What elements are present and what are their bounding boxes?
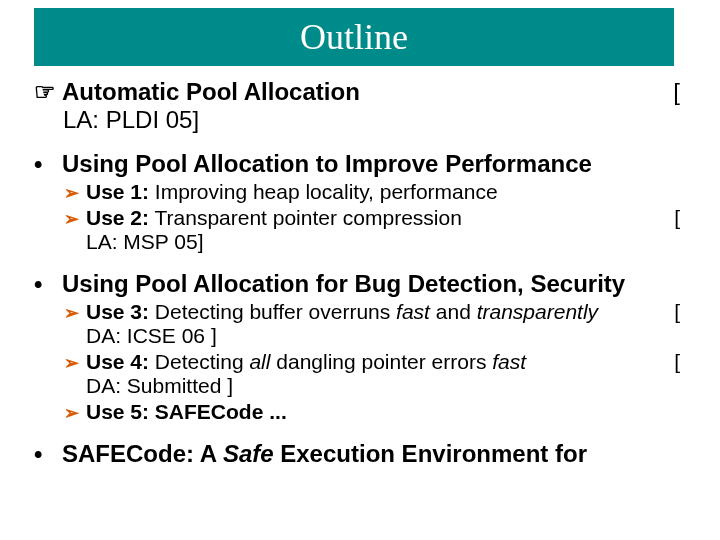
chevron-icon: ➢ [64,302,86,324]
bracket: [ [666,300,680,324]
section-1-heading-row: ☞ Automatic Pool Allocation [ [34,78,680,106]
slide-title: Outline [300,16,408,58]
use-5-desc: SAFECode ... [149,400,287,423]
use-5-label: Use 5: [86,400,149,423]
bullet-icon: • [34,440,62,468]
use-2-desc: Transparent pointer compression [149,206,462,229]
chevron-icon: ➢ [64,208,86,230]
use-1-desc: Improving heap locality, performance [149,180,498,203]
section-3-heading: Using Pool Allocation for Bug Detection,… [62,270,680,298]
use-3-ref: DA: ICSE 06 ] [86,324,680,348]
hand-icon: ☞ [34,78,62,106]
use-5-text: Use 5: SAFECode ... [86,400,680,424]
bracket: [ [666,206,680,230]
use-1-text: Use 1: Improving heap locality, performa… [86,180,680,204]
s4-post: Execution Environment for [274,440,587,467]
use-3-fast: fast [396,300,430,323]
use-1-label: Use 1: [86,180,149,203]
use-4-desc1: Detecting [149,350,249,373]
use-3-label: Use 3: [86,300,149,323]
section-1-heading: Automatic Pool Allocation [62,78,666,106]
use-2-label: Use 2: [86,206,149,229]
use-4-label: Use 4: [86,350,149,373]
use-4-ref: DA: Submitted ] [86,374,680,398]
use-4-desc2: dangling pointer errors [270,350,492,373]
use-4-fast: fast [492,350,526,373]
use-2-row: ➢ Use 2: Transparent pointer compression… [64,206,680,230]
use-4-all: all [249,350,270,373]
title-bar: Outline [34,8,674,66]
use-3-row: ➢ Use 3: Detecting buffer overruns fast … [64,300,680,324]
chevron-icon: ➢ [64,402,86,424]
s4-safe: Safe [223,440,274,467]
section-4-heading: SAFECode: A Safe Execution Environment f… [62,440,680,468]
use-3-trans: transparently [477,300,598,323]
use-3-desc1: Detecting buffer overruns [149,300,396,323]
bracket: [ [666,78,680,106]
section-4-heading-row: • SAFECode: A Safe Execution Environment… [34,440,680,468]
s4-pre: SAFECode: A [62,440,223,467]
section-2-heading-row: • Using Pool Allocation to Improve Perfo… [34,150,680,178]
use-1-row: ➢ Use 1: Improving heap locality, perfor… [64,180,680,204]
chevron-icon: ➢ [64,352,86,374]
use-4-text: Use 4: Detecting all dangling pointer er… [86,350,590,374]
use-2-text: Use 2: Transparent pointer compression [86,206,666,230]
section-3-heading-row: • Using Pool Allocation for Bug Detectio… [34,270,680,298]
use-5-row: ➢ Use 5: SAFECode ... [64,400,680,424]
bullet-icon: • [34,270,62,298]
slide-content: ☞ Automatic Pool Allocation [ LA: PLDI 0… [0,66,680,468]
use-2-ref: LA: MSP 05] [86,230,680,254]
bullet-icon: • [34,150,62,178]
section-1-ref: LA: PLDI 05] [63,106,680,134]
use-4-row: ➢ Use 4: Detecting all dangling pointer … [64,350,680,374]
use-3-text: Use 3: Detecting buffer overruns fast an… [86,300,666,324]
section-2-heading: Using Pool Allocation to Improve Perform… [62,150,680,178]
use-3-and: and [430,300,477,323]
chevron-icon: ➢ [64,182,86,204]
bracket: [ [590,350,680,374]
